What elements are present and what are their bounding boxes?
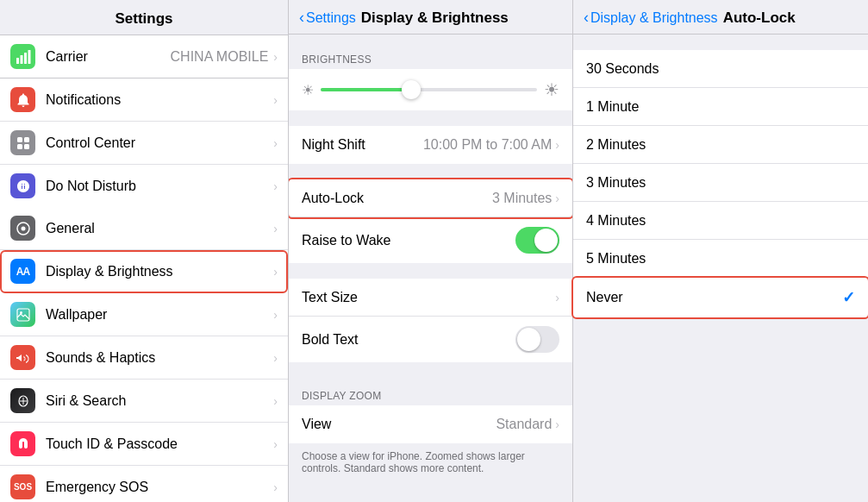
svg-point-11 xyxy=(20,311,22,314)
sounds-haptics-label: Sounds & Haptics xyxy=(46,350,272,366)
raise-to-wake-row[interactable]: Raise to Wake xyxy=(289,217,572,263)
raise-to-wake-toggle[interactable] xyxy=(515,227,559,254)
sidebar-item-do-not-disturb[interactable]: Do Not Disturb › xyxy=(0,165,288,207)
night-shift-label: Night Shift xyxy=(302,137,423,153)
auto-lock-row[interactable]: Auto-Lock 3 Minutes › xyxy=(289,179,572,217)
sidebar-item-wallpaper[interactable]: Wallpaper › xyxy=(0,293,288,336)
siri-search-label: Siri & Search xyxy=(46,393,272,409)
carrier-label: Carrier xyxy=(46,49,171,65)
autolock-option-3-minutes[interactable]: 3 Minutes xyxy=(573,164,868,202)
brightness-slider-track xyxy=(321,88,537,91)
left-panel: Settings Carrier CHINA MOBILE › xyxy=(0,0,289,502)
display-zoom-section: View Standard › xyxy=(289,405,572,443)
text-size-chevron: › xyxy=(555,291,559,304)
sidebar-item-siri-search[interactable]: Siri & Search › xyxy=(0,380,288,423)
view-label: View xyxy=(302,417,496,432)
touch-id-icon xyxy=(10,431,35,456)
carrier-chevron: › xyxy=(273,50,278,64)
brightness-slider-fill xyxy=(321,88,411,91)
emergency-sos-chevron: › xyxy=(273,480,278,494)
settings-section-2: General › AA Display & Brightness › Wall… xyxy=(0,207,288,502)
sun-large-icon: ☀ xyxy=(544,79,559,100)
text-size-row[interactable]: Text Size › xyxy=(289,279,572,317)
do-not-disturb-label: Do Not Disturb xyxy=(46,179,272,194)
autolock-option-2-minutes[interactable]: 2 Minutes xyxy=(573,126,868,164)
wallpaper-icon xyxy=(10,302,35,327)
control-center-chevron: › xyxy=(273,136,278,150)
settings-section-1: Notifications › Control Center › xyxy=(0,78,288,207)
right-back-chevron-icon: ‹ xyxy=(584,9,589,27)
back-chevron-icon: ‹ xyxy=(299,9,304,27)
sidebar-item-control-center[interactable]: Control Center › xyxy=(0,122,288,165)
siri-search-chevron: › xyxy=(273,394,278,408)
middle-panel: ‹ Settings Display & Brightness BRIGHTNE… xyxy=(289,0,573,502)
right-panel-title: Auto-Lock xyxy=(723,9,796,27)
middle-panel-title: Display & Brightness xyxy=(361,9,509,27)
autolock-option-5-minutes[interactable]: 5 Minutes xyxy=(573,240,868,278)
auto-lock-value: 3 Minutes xyxy=(492,191,552,206)
svg-rect-1 xyxy=(20,55,22,64)
back-label: Settings xyxy=(306,10,356,26)
siri-search-icon xyxy=(10,388,35,413)
autolock-option-30-seconds[interactable]: 30 Seconds xyxy=(573,50,868,88)
svg-rect-4 xyxy=(17,137,22,142)
autolock-option-1-minute[interactable]: 1 Minute xyxy=(573,88,868,126)
notifications-label: Notifications xyxy=(46,92,272,108)
brightness-section: ☀ ☀ xyxy=(289,69,572,110)
emergency-sos-icon: SOS xyxy=(10,474,35,499)
text-section: Text Size › Bold Text xyxy=(289,279,572,362)
view-value: Standard xyxy=(496,417,552,432)
autolock-option-label-30-seconds: 30 Seconds xyxy=(586,61,855,77)
autolock-option-4-minutes[interactable]: 4 Minutes xyxy=(573,202,868,240)
bold-text-toggle-knob xyxy=(517,328,540,351)
carrier-icon xyxy=(10,44,35,69)
general-label: General xyxy=(46,221,272,236)
sidebar-item-emergency-sos[interactable]: SOS Emergency SOS › xyxy=(0,466,288,502)
view-row[interactable]: View Standard › xyxy=(289,405,572,443)
sidebar-item-general[interactable]: General › xyxy=(0,207,288,250)
sidebar-item-touch-id[interactable]: Touch ID & Passcode › xyxy=(0,423,288,466)
night-shift-row[interactable]: Night Shift 10:00 PM to 7:00 AM › xyxy=(289,126,572,164)
display-zoom-header: DISPLAY ZOOM xyxy=(289,378,572,405)
notifications-icon xyxy=(10,87,35,112)
back-to-settings-button[interactable]: ‹ Settings xyxy=(299,9,356,27)
right-panel-header: ‹ Display & Brightness Auto-Lock xyxy=(573,0,868,35)
sounds-haptics-icon xyxy=(10,345,35,370)
sidebar-item-display-brightness[interactable]: AA Display & Brightness › xyxy=(0,250,288,293)
auto-lock-label: Auto-Lock xyxy=(302,191,492,206)
sounds-haptics-chevron: › xyxy=(273,351,278,365)
autolock-option-label-1-minute: 1 Minute xyxy=(586,99,855,115)
general-chevron: › xyxy=(273,222,278,235)
autolock-option-label-never: Never xyxy=(586,290,842,305)
bold-text-label: Bold Text xyxy=(302,332,515,348)
control-center-label: Control Center xyxy=(46,135,272,151)
night-shift-section: Night Shift 10:00 PM to 7:00 AM › xyxy=(289,126,572,164)
brightness-section-header: BRIGHTNESS xyxy=(289,41,572,69)
back-to-display-button[interactable]: ‹ Display & Brightness xyxy=(584,9,718,27)
control-center-icon xyxy=(10,130,35,155)
sidebar-item-notifications[interactable]: Notifications › xyxy=(0,78,288,122)
do-not-disturb-icon xyxy=(10,173,35,198)
svg-rect-7 xyxy=(24,144,29,149)
touch-id-label: Touch ID & Passcode xyxy=(46,436,272,452)
svg-rect-5 xyxy=(24,137,29,142)
notifications-chevron: › xyxy=(273,93,278,107)
bold-text-row[interactable]: Bold Text xyxy=(289,317,572,362)
auto-lock-chevron: › xyxy=(555,191,559,205)
brightness-slider-thumb[interactable] xyxy=(402,80,421,99)
carrier-item[interactable]: Carrier CHINA MOBILE › xyxy=(0,35,288,78)
sidebar-item-sounds-haptics[interactable]: Sounds & Haptics › xyxy=(0,336,288,380)
autolock-option-label-4-minutes: 4 Minutes xyxy=(586,213,855,229)
wallpaper-label: Wallpaper xyxy=(46,307,272,323)
autolock-options-list: 30 Seconds1 Minute2 Minutes3 Minutes4 Mi… xyxy=(573,50,868,317)
do-not-disturb-chevron: › xyxy=(273,179,278,193)
autolock-option-never[interactable]: Never✓ xyxy=(573,278,868,317)
bold-text-toggle[interactable] xyxy=(515,326,559,353)
wallpaper-chevron: › xyxy=(273,308,278,322)
text-size-label: Text Size xyxy=(302,290,555,305)
autolock-checkmark: ✓ xyxy=(842,288,855,307)
autolock-option-label-5-minutes: 5 Minutes xyxy=(586,251,855,267)
zoom-note: Choose a view for iPhone. Zoomed shows l… xyxy=(289,443,572,486)
toggle-knob xyxy=(534,229,558,252)
right-back-label: Display & Brightness xyxy=(590,10,718,26)
